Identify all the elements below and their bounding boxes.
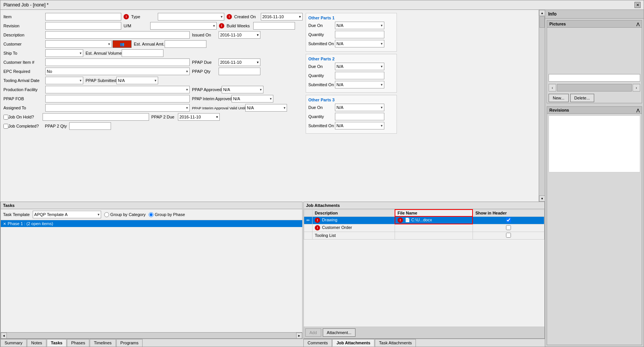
tasks-htrack: [7, 333, 296, 338]
attachments-table: Description File Name Show in Header ✏: [304, 209, 544, 240]
customer-select[interactable]: [45, 40, 112, 48]
op3-quantity-row: Quantity: [308, 113, 394, 120]
item-input[interactable]: [45, 13, 121, 21]
pictures-next-btn[interactable]: ›: [633, 84, 640, 91]
description-label: Description: [3, 33, 45, 37]
op2-due-on-select[interactable]: N/A: [335, 63, 384, 70]
op1-due-on-select[interactable]: N/A: [335, 22, 384, 29]
ship-to-label: Ship To: [3, 51, 45, 55]
scroll-down-arrow[interactable]: ▼: [539, 196, 545, 202]
pictures-name-input[interactable]: [549, 74, 640, 82]
tab-timelines[interactable]: Timelines: [90, 339, 116, 347]
ship-to-select-wrapper: [45, 49, 83, 57]
tab-job-attachments[interactable]: Job Attachments: [332, 339, 374, 347]
tab-summary[interactable]: Summary: [0, 339, 27, 347]
tab-task-attachments[interactable]: Task Attachments: [375, 339, 416, 347]
ppap-approved-select[interactable]: N/A: [222, 86, 263, 93]
op3-submitted-on-select[interactable]: N/A: [335, 122, 384, 129]
type-indicator: !: [124, 14, 130, 19]
info-panel-header: Info: [545, 10, 644, 19]
ppap2-qty-input[interactable]: [69, 122, 111, 130]
ppap-qty-input[interactable]: [219, 68, 260, 75]
other-parts-2-section: Other Parts 2 Due On N/A Quanti: [306, 54, 397, 93]
scroll-thumb[interactable]: [539, 16, 545, 28]
op2-quantity-input[interactable]: [335, 72, 384, 79]
est-annual-volume-input[interactable]: [122, 49, 163, 57]
tab-phases[interactable]: Phases: [67, 339, 89, 347]
pictures-new-btn[interactable]: New...: [549, 94, 569, 102]
tooling-arrival-select[interactable]: [45, 77, 83, 84]
est-annual-volume-label: Est. Annual Volume: [86, 51, 122, 55]
job-completed-checkbox[interactable]: [3, 124, 8, 129]
ppap-interim-valid-select[interactable]: N/A: [245, 104, 287, 112]
op1-submitted-on-select[interactable]: N/A: [335, 40, 384, 47]
ppap-due-select[interactable]: 2016-11-10: [219, 58, 260, 66]
pictures-delete-btn[interactable]: Delete...: [570, 94, 594, 102]
ppap2-due-select[interactable]: 2016-11-10: [178, 113, 220, 121]
add-attachment-button[interactable]: Add: [305, 328, 321, 337]
tasks-panel: Tasks Task Template APQP Template A Grou…: [0, 202, 303, 339]
ppap-fob-input[interactable]: [45, 95, 190, 103]
type-select[interactable]: [158, 13, 224, 21]
customer-item-label: Customer Item #: [3, 60, 45, 65]
tab-tasks[interactable]: Tasks: [47, 339, 67, 347]
customer-item-input[interactable]: [45, 58, 190, 66]
revisions-collapse-btn[interactable]: ⋀: [636, 108, 639, 112]
type-label: Type: [131, 14, 158, 19]
epc-required-select[interactable]: No: [45, 68, 190, 75]
tasks-list: ✕ Phase 1 : (2 open items): [1, 220, 302, 332]
customer-person-button[interactable]: 👥: [113, 40, 132, 48]
ppap-submitted-select[interactable]: N/A: [116, 77, 158, 84]
op3-due-on-select[interactable]: N/A: [335, 104, 384, 111]
assigned-to-select[interactable]: [45, 104, 190, 112]
ppap-interim-approved-select[interactable]: N/A: [232, 95, 273, 103]
created-on-label: Created On: [234, 14, 261, 19]
um-label: U/M: [124, 24, 150, 28]
main-window: Planned Job - [none] * ✕ Item ! Type: [0, 0, 644, 347]
group-by-phase-label[interactable]: Group by Phase: [149, 212, 185, 217]
production-facility-select[interactable]: [45, 86, 190, 93]
att-row-0-show-checkbox[interactable]: [506, 218, 511, 222]
um-select[interactable]: [150, 22, 217, 30]
task-template-select[interactable]: APQP Template A: [33, 211, 101, 218]
op1-quantity-input[interactable]: [335, 31, 384, 38]
job-on-hold-checkbox[interactable]: [3, 115, 8, 120]
group-by-category-radio[interactable]: [104, 212, 109, 217]
tab-notes[interactable]: Notes: [27, 339, 46, 347]
pictures-prev-btn[interactable]: ‹: [549, 84, 556, 91]
revision-input[interactable]: [45, 22, 121, 30]
att-row-1[interactable]: ! Customer Order: [304, 224, 544, 232]
att-row-0[interactable]: ✏ ! Drawing ! 📄 C:\U...docx: [304, 216, 544, 224]
pictures-collapse-btn[interactable]: ⋀: [636, 22, 639, 26]
group-by-phase-radio[interactable]: [149, 212, 154, 217]
ppap-submitted-wrapper: N/A: [116, 77, 158, 84]
job-completed-row: Job Completed? PPAP 2 Qty: [3, 122, 303, 130]
att-row-1-show-checkbox[interactable]: [506, 225, 511, 230]
tasks-scroll-left[interactable]: ◄: [1, 333, 7, 339]
scroll-up-arrow[interactable]: ▲: [539, 10, 545, 16]
job-on-hold-input[interactable]: [43, 113, 149, 121]
tab-programs[interactable]: Programs: [116, 339, 143, 347]
tab-comments[interactable]: Comments: [303, 339, 332, 347]
tasks-scroll-right[interactable]: ►: [296, 333, 302, 339]
op3-quantity-input[interactable]: [335, 113, 384, 120]
att-toolbar: Add Attachment...: [304, 326, 544, 338]
op2-quantity-row: Quantity: [308, 72, 394, 79]
tasks-hscroll: ◄ ►: [1, 332, 302, 338]
ppap-interim-approved-label: PPAP Interim Approved: [192, 97, 232, 101]
op2-submitted-on-select[interactable]: N/A: [335, 81, 384, 88]
issued-on-select[interactable]: 2016-11-10: [219, 31, 260, 39]
group-by-category-label[interactable]: Group by Category: [104, 212, 146, 217]
build-weeks-input[interactable]: [253, 22, 295, 30]
created-on-select[interactable]: 2016-11-10: [261, 13, 303, 21]
est-annual-amt-input[interactable]: [165, 40, 206, 48]
description-input[interactable]: [45, 31, 190, 39]
att-row-2-show-checkbox[interactable]: [506, 233, 511, 238]
close-button[interactable]: ✕: [634, 2, 641, 8]
attachment-button[interactable]: Attachment...: [323, 328, 356, 337]
ship-to-select[interactable]: [45, 49, 83, 57]
phase1-row[interactable]: ✕ Phase 1 : (2 open items): [1, 220, 302, 227]
pictures-section-header: Pictures ⋀: [547, 21, 642, 28]
op3-due-on-row: Due On N/A: [308, 104, 394, 111]
att-row-2[interactable]: Tooling List: [304, 232, 544, 239]
